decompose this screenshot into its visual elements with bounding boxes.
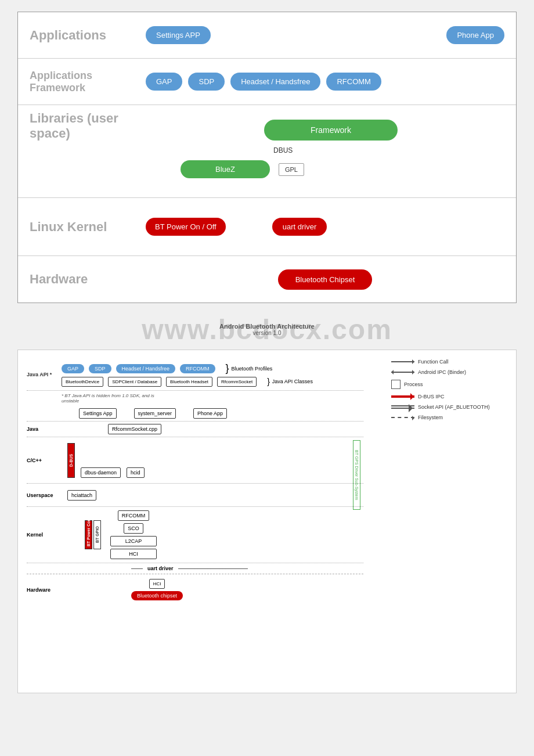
hw-label: Hardware [27,587,62,593]
bd-headset: Headset / Handsfree [116,364,176,373]
page-container: Applications Settings APP Phone App Appl… [0,0,534,705]
sdk-note: * BT Java API is hidden from 1.0 SDK, an… [27,391,154,406]
watermark-area: www.bcdocx.com Android Bluetooth Archite… [12,309,522,350]
java-api-label: Java API * [27,372,62,377]
app-framework-label: Applications Framework [18,70,134,94]
kernel-label: Linux Kernel [18,219,134,235]
java-api-row: Java API * GAP SDP Headset / Handsfree R… [27,359,363,391]
bd-bt-device: BluetoothDevice [62,377,103,387]
userspace-row: Userspace hciattach [27,484,363,507]
bd-rfcomm-stack: RFCOMM [118,510,150,521]
architecture-title: Android Bluetooth Architecture [219,323,315,330]
hardware-label: Hardware [18,272,134,287]
function-call-icon [391,361,414,362]
bd-sdp: SDP [89,364,111,373]
cpp-content: D-BUS dbus-daemon hcid [67,443,145,478]
bd-sco: SCO [124,523,143,534]
java-cpp-row: Java RfcommSocket.cpp [27,422,363,437]
bt-chipset-pill: Bluetooth Chipset [278,269,373,290]
bd-rfcomm-socket: RfcommSocket [217,377,257,387]
bd-phone-app: Phone App [193,408,227,419]
uart-row: uart driver [27,563,363,574]
app-framework-content: GAP SDP Headset / Handsfree RFCOMM [134,67,516,96]
bd-sdp-client: SDPClient / Database [108,377,161,387]
gpl-box: GPL [279,163,304,176]
java-api-bottom-row: BluetoothDevice SDPClient / Database Blu… [62,377,313,387]
apps-row-bottom: Settings App system_server Phone App [27,406,363,422]
profiles-brace: } Bluetooth Profiles [226,362,273,375]
legend-socket-api: Socket API (AF_BLUETOOTH) [391,404,507,410]
libraries-content: Framework DBUS BlueZ GPL [134,111,516,187]
kernel-row: Linux Kernel BT Power On / Off uart driv… [18,198,516,256]
bd-hciattach: hciattach [67,490,96,501]
bd-system-server: system_server [134,408,176,419]
socket-api-label: Socket API (AF_BLUETOOTH) [418,404,490,410]
legend-android-ipc: Android IPC (Binder) [391,369,507,375]
bottom-architecture-diagram: Function Call Android IPC (Binder) Proce… [17,350,517,693]
rfcomm-socket: RfcommSocket.cpp [108,424,161,434]
userspace-label: Userspace [27,492,62,498]
app-framework-row: Applications Framework GAP SDP Headset /… [18,59,516,105]
bd-bt-headset: Bluetooth Headset [166,377,212,387]
hardware-row: Hardware Bluetooth Chipset [18,256,516,303]
kernel-content: BT Power Control HCI BT GPIO RFCOMM SCO … [85,510,157,559]
filesystem-icon [391,417,414,418]
bluez-pill: BlueZ [181,160,270,178]
dbus-ipc-label: D-BUS IPC [418,394,445,399]
dbus-ipc-icon [391,395,414,398]
bt-power-pill: BT Power On / Off [146,218,226,236]
bd-hci-stack: HCI [110,549,157,559]
bt-power-label: BT Power Control HCI [85,520,92,549]
applications-content: Settings APP Phone App [134,20,516,50]
filesystem-label: Filesystem [418,415,443,420]
applications-row: Applications Settings APP Phone App [18,12,516,59]
bd-hci-hw: HCI [149,579,165,589]
legend-dbus-ipc: D-BUS IPC [391,394,507,399]
process-icon [391,380,400,389]
dbus-label: DBUS [273,146,293,154]
bd-gap: GAP [62,364,84,373]
top-architecture-diagram: Applications Settings APP Phone App Appl… [17,12,517,303]
bt-power-gpio: BT Power Control HCI BT GPIO [85,520,101,549]
legend-function-call: Function Call [391,359,507,365]
diagram-legend: Function Call Android IPC (Binder) Proce… [391,359,507,425]
legend-process: Process [391,380,507,389]
applications-label: Applications [18,28,134,43]
dbus-vertical-label: D-BUS [67,443,75,478]
cpp-row: C/C++ D-BUS dbus-daemon hcid BT GPS Driv… [27,437,363,484]
headset-pill: Headset / Handsfree [230,73,320,91]
kernel-content: BT Power On / Off uart driver [134,212,516,242]
android-ipc-label: Android IPC (Binder) [418,369,466,375]
bd-hcid: hcid [127,467,145,478]
bt-gps-label: BT GPS Driver Sub-System [353,440,360,510]
uart-driver-pill: uart driver [272,218,327,236]
bt-gpio-label: BT GPIO [93,520,101,549]
uart-driver-label: uart driver [147,566,174,571]
classes-label: Java API Classes [272,379,313,384]
socket-api-icon [391,405,414,409]
stack-items: RFCOMM SCO L2CAP HCI [110,510,157,559]
phone-app-pill: Phone App [446,26,504,44]
java-label: Java [27,426,62,432]
hardware-content: Bluetooth Chipset [134,264,516,296]
bd-settings-app: Settings App [79,408,117,419]
hardware-row-bottom: Hardware HCI Bluetooth chipset [27,574,363,605]
bd-rfcomm: RFCOMM [180,364,215,373]
bd-dbus-daemon: dbus-daemon [81,467,121,478]
version-label: version 1.0 [219,330,315,336]
userspace-content: hciattach [67,490,96,501]
rfcomm-socket-box: RfcommSocket.cpp [108,424,161,434]
profiles-label: Bluetooth Profiles [232,366,273,372]
java-api-top-row: GAP SDP Headset / Handsfree RFCOMM } Blu… [62,362,313,375]
cpp-label: C/C++ [27,458,62,463]
sdp-pill: SDP [188,73,225,91]
legend-filesystem: Filesystem [391,415,507,420]
settings-app-pill: Settings APP [146,26,211,44]
rfcomm-pill: RFCOMM [326,73,381,91]
kernel-section-label: Kernel [27,532,62,538]
hw-content: HCI Bluetooth chipset [131,579,183,600]
bottom-diagram-content: Java API * GAP SDP Headset / Handsfree R… [27,359,363,605]
framework-pill: Framework [264,120,398,141]
process-label: Process [404,381,423,387]
function-call-label: Function Call [418,359,449,365]
